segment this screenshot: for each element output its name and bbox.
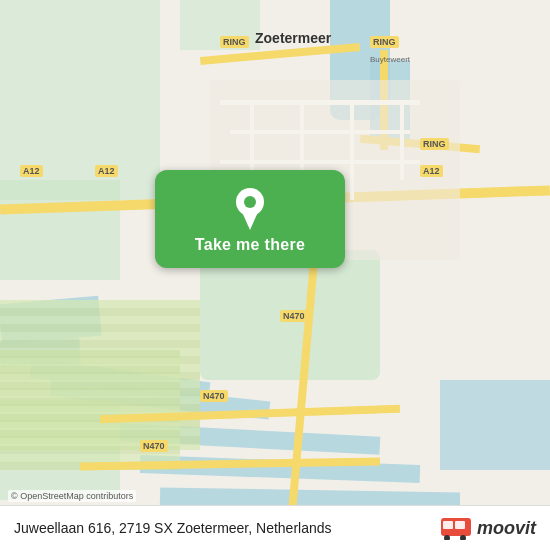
moovit-text: moovit bbox=[477, 518, 536, 539]
take-me-there-button[interactable]: Take me there bbox=[155, 170, 345, 268]
a12-label-2: A12 bbox=[95, 165, 118, 177]
svg-rect-5 bbox=[455, 521, 465, 529]
map-pin-icon bbox=[234, 186, 266, 228]
ring-label-3: RING bbox=[420, 138, 449, 150]
ring-label-2: RING bbox=[370, 36, 399, 48]
address-text: Juweellaan 616, 2719 SX Zoetermeer, Neth… bbox=[14, 520, 332, 536]
moovit-logo: moovit bbox=[441, 516, 536, 540]
svg-point-1 bbox=[244, 196, 256, 208]
map-attribution: © OpenStreetMap contributors bbox=[8, 490, 136, 502]
area-label-buyteweert: Buyteweert bbox=[370, 55, 410, 64]
city-label: Zoetermeer bbox=[255, 30, 331, 46]
map-container: RING RING RING A12 A12 A12 N470 N470 N47… bbox=[0, 0, 550, 550]
svg-rect-4 bbox=[443, 521, 453, 529]
svg-marker-2 bbox=[242, 212, 258, 230]
n470-label-1: N470 bbox=[280, 310, 308, 322]
n470-label-2: N470 bbox=[200, 390, 228, 402]
n470-label-3: N470 bbox=[140, 440, 168, 452]
ring-label-1: RING bbox=[220, 36, 249, 48]
a12-label-1: A12 bbox=[20, 165, 43, 177]
button-label: Take me there bbox=[195, 236, 305, 254]
map-background: RING RING RING A12 A12 A12 N470 N470 N47… bbox=[0, 0, 550, 550]
a12-label-3: A12 bbox=[420, 165, 443, 177]
moovit-bus-icon bbox=[441, 516, 475, 540]
bottom-bar: Juweellaan 616, 2719 SX Zoetermeer, Neth… bbox=[0, 505, 550, 550]
